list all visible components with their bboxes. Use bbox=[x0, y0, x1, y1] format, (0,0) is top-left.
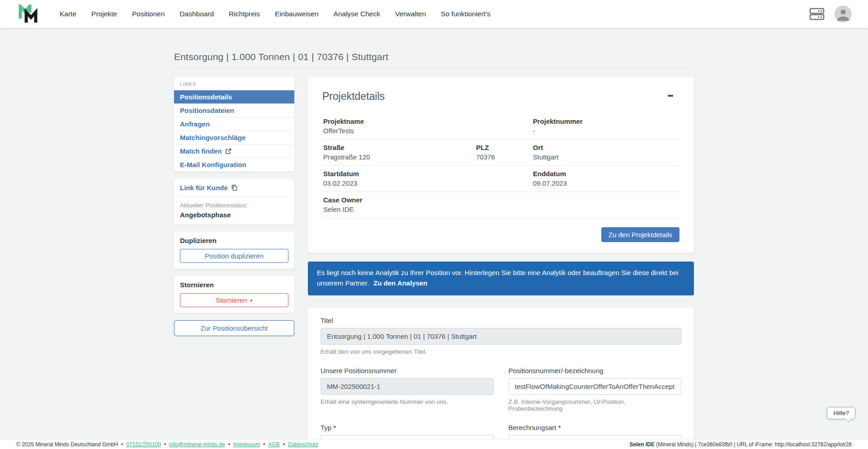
sidebar-item-positionsdetails[interactable]: Positionsdetails bbox=[174, 90, 294, 103]
nav-item-analyse-check[interactable]: Analyse Check bbox=[334, 10, 380, 18]
title-field[interactable] bbox=[321, 328, 681, 345]
nav-item-so-funktionierts[interactable]: So funktioniert's bbox=[441, 10, 491, 18]
cancel-button-label: Stornieren bbox=[216, 296, 247, 304]
field-value: 70376 bbox=[476, 153, 527, 161]
field-value: Selen IDE bbox=[323, 206, 672, 213]
cancel-position-button[interactable]: Stornieren▾ bbox=[180, 293, 288, 307]
page-title: Entsorgung | 1.000 Tonnen | 01 | 70376 |… bbox=[174, 51, 694, 62]
sidebar-item-email-konfiguration[interactable]: E-Mail Konfiguration bbox=[174, 158, 294, 171]
phone-link[interactable]: 07151/250100 bbox=[126, 441, 161, 448]
table-row: Startdatum 03.02.2023 Enddatum 09.07.202… bbox=[322, 166, 679, 192]
customer-link-card: Link für Kunde Aktueller Positionsstatus… bbox=[174, 179, 294, 224]
sidebar-item-positionsdateien[interactable]: Positionsdateien bbox=[174, 103, 294, 117]
type-label-text: Typ bbox=[321, 424, 331, 431]
field-label: PLZ bbox=[476, 144, 527, 151]
top-navbar: Karte Projekte Positionen Dashboard Rich… bbox=[0, 0, 868, 28]
position-status-value: Angebotsphase bbox=[180, 211, 288, 219]
position-overview-button[interactable]: Zur Positionsübersicht bbox=[174, 320, 294, 336]
copy-icon[interactable] bbox=[231, 184, 238, 191]
field-label: Straße bbox=[323, 144, 470, 151]
title-field-label: Titel bbox=[321, 317, 681, 324]
cancel-card-header: Stornieren bbox=[180, 281, 288, 289]
session-user: Selen IDE bbox=[630, 441, 655, 448]
calculation-field-label: Berechnungsart* bbox=[509, 424, 682, 431]
sidebar-item-label: Positionsdateien bbox=[180, 107, 234, 114]
field-value: Pragstraße 120 bbox=[323, 153, 470, 161]
email-link[interactable]: info@mineral-minds.de bbox=[169, 441, 225, 448]
go-to-project-details-button[interactable]: Zu den Projektdetails bbox=[601, 227, 679, 242]
links-card: LINKS Positionsdetails Positionsdateien … bbox=[174, 77, 294, 172]
footer: © 2025 Mineral Minds Deutschland GmbH 07… bbox=[0, 439, 868, 449]
field-value: OfferTests bbox=[323, 127, 527, 135]
duplicate-card-header: Duplizieren bbox=[180, 237, 288, 244]
required-asterisk: * bbox=[558, 424, 561, 431]
sidebar-item-anfragen[interactable]: Anfragen bbox=[174, 117, 294, 131]
required-asterisk: * bbox=[333, 424, 336, 431]
impressum-link[interactable]: Impressum bbox=[233, 441, 260, 448]
nav-item-richtpreis[interactable]: Richtpreis bbox=[229, 10, 260, 18]
field-value: Stuttgart bbox=[533, 153, 672, 161]
copyright-text: © 2025 Mineral Minds Deutschland GmbH bbox=[16, 441, 118, 448]
field-label: Startdatum bbox=[323, 170, 527, 178]
go-to-analyses-link[interactable]: Zu den Analysen bbox=[373, 279, 427, 287]
server-rack-icon[interactable] bbox=[809, 7, 825, 21]
project-details-title: Projektdetails bbox=[322, 90, 385, 103]
logo-icon bbox=[18, 5, 39, 23]
table-row: Projektname OfferTests Projektnummer - bbox=[322, 113, 679, 140]
title-divider bbox=[174, 68, 694, 69]
calculation-label-text: Berechnungsart bbox=[509, 424, 557, 431]
user-avatar-icon[interactable] bbox=[835, 5, 852, 23]
our-number-field[interactable] bbox=[321, 378, 494, 395]
field-value: 09.07.2023 bbox=[533, 179, 672, 187]
agb-link[interactable]: AGB bbox=[268, 441, 279, 448]
field-label: Case Owner bbox=[323, 196, 672, 204]
help-button[interactable]: Hilfe? bbox=[827, 407, 855, 419]
sidebar-item-match-finden[interactable]: Match finden bbox=[174, 144, 294, 158]
nav-item-verwalten[interactable]: Verwalten bbox=[395, 10, 426, 18]
sidebar-item-matchingvorschlaege[interactable]: Matchingvorschläge bbox=[174, 131, 294, 144]
project-details-table: Projektname OfferTests Projektnummer - S… bbox=[322, 113, 679, 218]
customer-link[interactable]: Link für Kunde bbox=[180, 184, 228, 192]
sidebar-item-label: E-Mail Konfiguration bbox=[180, 161, 246, 168]
title-field-helper: Erhält den von uns vorgegebenen Titel. bbox=[321, 348, 681, 355]
datenschutz-link[interactable]: Datenschutz bbox=[288, 441, 318, 448]
position-status-label: Aktueller Positionsstatus: bbox=[180, 202, 288, 209]
collapse-minus-icon[interactable] bbox=[668, 95, 673, 97]
sidebar-item-label: Matchingvorschläge bbox=[180, 134, 245, 141]
position-number-field-label: Positionsnummer/-bezeichnung bbox=[509, 367, 682, 374]
our-number-field-helper: Erhält eine systemgenerierte Nummer von … bbox=[321, 398, 494, 405]
nav-item-projekte[interactable]: Projekte bbox=[91, 10, 117, 18]
duplicate-position-button[interactable]: Position duplizieren bbox=[180, 249, 288, 263]
table-row: Straße Pragstraße 120 PLZ 70376 Ort Stut… bbox=[322, 140, 679, 166]
duplicate-card: Duplizieren Position duplizieren bbox=[174, 232, 294, 269]
sidebar-item-label: Anfragen bbox=[180, 120, 210, 128]
footer-left: © 2025 Mineral Minds Deutschland GmbH 07… bbox=[16, 441, 318, 448]
field-label: Projektnummer bbox=[533, 117, 672, 125]
nav-item-positionen[interactable]: Positionen bbox=[132, 10, 165, 18]
field-value: - bbox=[533, 127, 672, 135]
nav-item-einbauweisen[interactable]: Einbauweisen bbox=[275, 10, 319, 18]
sidebar: LINKS Positionsdetails Positionsdateien … bbox=[174, 77, 294, 336]
type-field-label: Typ* bbox=[321, 424, 494, 431]
table-row: Case Owner Selen IDE bbox=[322, 192, 679, 218]
position-number-field[interactable] bbox=[509, 378, 682, 395]
cancel-card: Stornieren Stornieren▾ bbox=[174, 276, 294, 313]
nav-item-karte[interactable]: Karte bbox=[60, 10, 76, 18]
page-body: Entsorgung | 1.000 Tonnen | 01 | 70376 |… bbox=[0, 28, 868, 449]
sidebar-item-label: Positionsdetails bbox=[180, 93, 232, 101]
footer-session-info: Selen IDE (Mineral Minds) | 7ce360e83fb0… bbox=[630, 441, 852, 448]
nav-links: Karte Projekte Positionen Dashboard Rich… bbox=[60, 10, 491, 18]
field-label: Projektname bbox=[323, 117, 527, 125]
field-value: 03.02.2023 bbox=[323, 179, 527, 187]
our-number-field-label: Unsere Positionsnummer bbox=[321, 367, 494, 374]
chevron-down-icon: ▾ bbox=[250, 298, 253, 304]
customer-link-row: Link für Kunde bbox=[180, 184, 288, 197]
analytics-info-banner: Es liegt noch keine Analytik zu Ihrer Po… bbox=[308, 262, 694, 295]
main-content: Projektdetails Projektname OfferTests Pr… bbox=[308, 77, 694, 449]
nav-item-dashboard[interactable]: Dashboard bbox=[179, 10, 214, 18]
position-form-card: Titel Erhält den von uns vorgegebenen Ti… bbox=[308, 308, 694, 449]
field-label: Enddatum bbox=[533, 170, 672, 178]
links-card-header: LINKS bbox=[174, 77, 294, 90]
sidebar-item-label: Match finden bbox=[180, 147, 222, 155]
mineral-minds-logo[interactable] bbox=[18, 5, 39, 23]
